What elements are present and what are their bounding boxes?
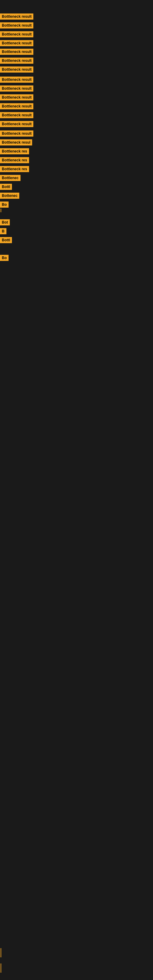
bottleneck-badge-8: Bottleneck result — [0, 76, 33, 84]
bottleneck-badge-15: Bottleneck resul — [0, 139, 32, 147]
bottleneck-badge-14: Bottleneck result — [0, 130, 33, 138]
bottleneck-badge-2: Bottleneck result — [0, 22, 33, 30]
bottleneck-badge-18: Bottleneck res — [0, 166, 29, 173]
badge-text-2: Bottleneck result — [0, 22, 33, 29]
badge-text-8: Bottleneck result — [0, 76, 33, 83]
badge-text-26: Bottl — [0, 237, 12, 243]
bottleneck-badge-6: Bottleneck result — [0, 57, 33, 65]
bottleneck-badge-26: Bottl — [0, 237, 12, 244]
bottleneck-badge-5: Bottleneck result — [0, 49, 33, 56]
bottleneck-badge-7: Bottleneck result — [0, 67, 33, 74]
badge-text-16: Bottleneck res — [0, 148, 29, 154]
badge-text-22: Bo — [0, 202, 9, 208]
badge-text-12: Bottleneck result — [0, 112, 33, 118]
badge-text-29: Bo — [0, 255, 9, 261]
badge-text-19: Bottlenec — [0, 175, 21, 181]
bottleneck-badge-17: Bottleneck res — [0, 157, 29, 164]
bottleneck-badge-25: B — [0, 228, 6, 235]
badge-text-14: Bottleneck result — [0, 130, 33, 137]
badge-text-9: Bottleneck result — [0, 86, 33, 92]
bottleneck-badge-4: Bottleneck result — [0, 40, 33, 48]
badge-text-3: Bottleneck result — [0, 31, 33, 37]
bottleneck-badge-19: Bottlenec — [0, 175, 21, 182]
bottleneck-badge-11: Bottleneck result — [0, 103, 33, 111]
badge-text-13: Bottleneck result — [0, 121, 33, 127]
vertical-line-0 — [1, 208, 1, 212]
badge-text-5: Bottleneck result — [0, 49, 33, 55]
bottleneck-badge-3: Bottleneck result — [0, 31, 33, 38]
bottleneck-badge-12: Bottleneck result — [0, 112, 33, 119]
vertical-line-2 — [1, 964, 1, 973]
bottleneck-badge-22: Bo — [0, 202, 9, 209]
badge-text-11: Bottleneck result — [0, 103, 33, 109]
badge-text-1: Bottleneck result — [0, 13, 33, 20]
bottleneck-badge-20: Bottl — [0, 184, 12, 191]
bottleneck-badge-21: Bottenec — [0, 192, 19, 200]
badge-text-4: Bottleneck result — [0, 40, 33, 46]
badge-text-15: Bottleneck resul — [0, 139, 32, 145]
bottleneck-badge-10: Bottleneck result — [0, 94, 33, 102]
badge-text-25: B — [0, 228, 6, 234]
bottleneck-badge-13: Bottleneck result — [0, 121, 33, 128]
site-title — [0, 0, 153, 5]
vertical-line-1 — [1, 948, 1, 957]
badge-text-18: Bottleneck res — [0, 166, 29, 172]
badge-text-7: Bottleneck result — [0, 67, 33, 73]
bottleneck-badge-24: Bot — [0, 219, 10, 227]
badge-text-10: Bottleneck result — [0, 94, 33, 100]
bottleneck-badge-16: Bottleneck res — [0, 148, 29, 156]
badge-text-24: Bot — [0, 219, 10, 225]
bottleneck-badge-29: Bo — [0, 255, 9, 262]
bottleneck-badge-9: Bottleneck result — [0, 86, 33, 93]
bottleneck-badge-1: Bottleneck result — [0, 13, 33, 21]
badge-text-17: Bottleneck res — [0, 157, 29, 163]
badge-text-21: Bottenec — [0, 192, 19, 199]
badge-text-20: Bottl — [0, 184, 12, 190]
badge-text-6: Bottleneck result — [0, 57, 33, 64]
